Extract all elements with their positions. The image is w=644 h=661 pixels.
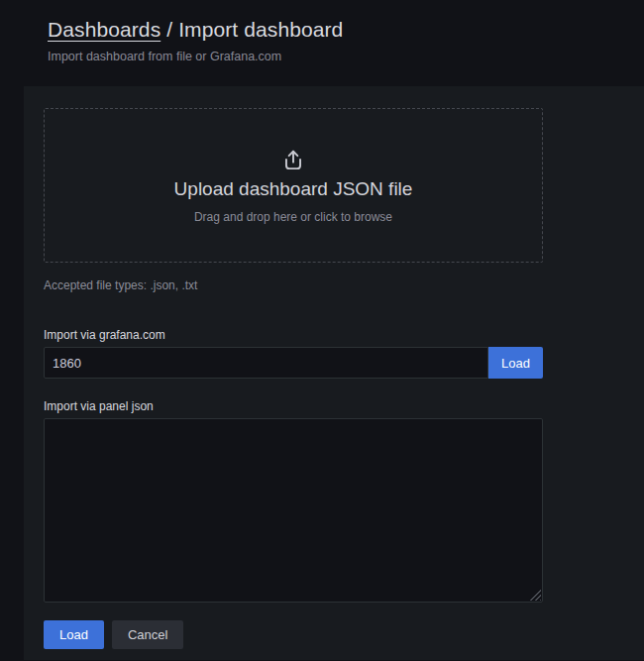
panel-json-textarea[interactable] [44,418,543,603]
breadcrumb: Dashboards/Import dashboard [48,16,644,44]
import-panel-json-section: Import via panel json [44,399,543,603]
cancel-button[interactable]: Cancel [112,620,183,649]
page-title: Import dashboard [178,18,343,41]
panel-json-textarea-wrap [44,418,543,603]
action-row: Load Cancel [44,620,543,649]
breadcrumb-separator: / [166,18,172,41]
import-gcom-section: Import via grafana.com Load [44,328,543,379]
upload-icon [280,148,306,173]
accepted-file-types: Accepted file types: .json, .txt [44,278,543,292]
gcom-load-button[interactable]: Load [488,347,543,379]
breadcrumb-link-dashboards[interactable]: Dashboards [48,18,161,41]
gcom-url-input[interactable] [44,347,488,379]
dropzone-heading: Upload dashboard JSON file [174,177,413,201]
load-button[interactable]: Load [44,620,104,649]
gcom-input-row: Load [44,347,543,379]
page-header: Dashboards/Import dashboard Import dashb… [0,0,644,64]
content-inner: Upload dashboard JSON file Drag and drop… [44,108,543,649]
page-subtitle: Import dashboard from file or Grafana.co… [48,49,644,64]
panel-json-field-label: Import via panel json [44,399,543,413]
gcom-field-label: Import via grafana.com [44,328,543,342]
dropzone-subtext: Drag and drop here or click to browse [194,210,392,224]
content-panel: Upload dashboard JSON file Drag and drop… [24,86,644,660]
upload-dropzone[interactable]: Upload dashboard JSON file Drag and drop… [44,108,543,263]
